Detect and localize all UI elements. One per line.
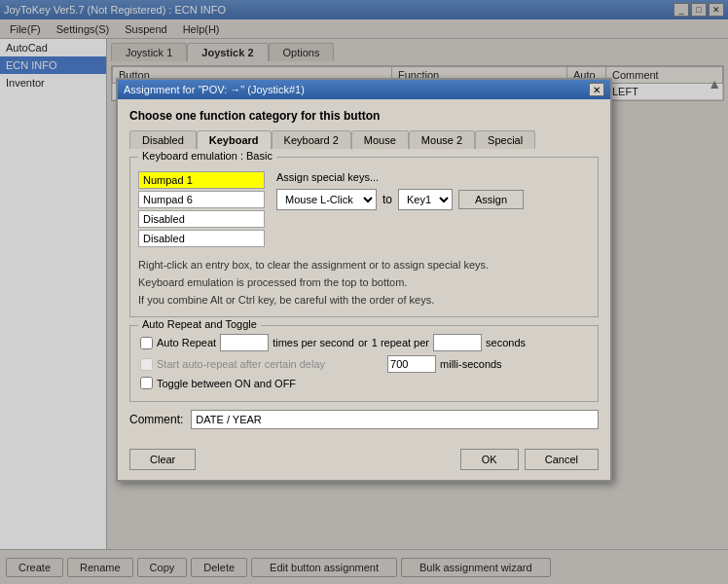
key-item-disabled1[interactable]: Disabled <box>138 210 265 228</box>
cat-tab-keyboard[interactable]: Keyboard <box>197 130 272 149</box>
comment-label: Comment: <box>129 413 183 426</box>
category-tabs: Disabled Keyboard Keyboard 2 Mouse Mouse… <box>129 130 599 149</box>
key-list: Numpad 1 Numpad 6 Disabled Disabled <box>138 171 265 249</box>
start-delay-checkbox[interactable] <box>140 358 153 371</box>
mouse-action-select[interactable]: Mouse L-Click Mouse R-Click Mouse M-Clic… <box>276 189 377 210</box>
assign-area: Assign special keys... Mouse L-Click Mou… <box>276 171 524 210</box>
keyboard-emulation-section: Keyboard emulation : Basic Numpad 1 Nump… <box>129 157 599 317</box>
or-label: or <box>358 337 368 348</box>
comment-input[interactable] <box>191 410 599 429</box>
cat-tab-disabled[interactable]: Disabled <box>129 130 197 149</box>
milliseconds-label: milli-seconds <box>440 358 502 370</box>
toggle-checkbox[interactable] <box>140 377 153 389</box>
modal-subtitle: Choose one function category for this bu… <box>129 109 599 123</box>
comment-row: Comment: <box>129 410 599 429</box>
auto-repeat-row: Auto Repeat times per second or 1 repeat… <box>140 334 588 351</box>
ok-button[interactable]: OK <box>460 449 519 470</box>
one-repeat-label: 1 repeat per <box>372 337 429 348</box>
key-item-numpad1[interactable]: Numpad 1 <box>138 171 265 189</box>
cat-tab-special[interactable]: Special <box>475 130 535 149</box>
auto-repeat-label: Auto Repeat <box>157 337 216 348</box>
key-item-numpad6[interactable]: Numpad 6 <box>138 191 265 208</box>
modal-body: Choose one function category for this bu… <box>118 99 610 449</box>
modal-overlay: Assignment for "POV: →" (Joystick#1) ✕ C… <box>0 0 728 584</box>
start-delay-row: Start auto-repeat after certain delay mi… <box>140 355 588 373</box>
section-label: Keyboard emulation : Basic <box>138 150 276 162</box>
auto-repeat-checkbox[interactable] <box>140 337 153 349</box>
footer-right: OK Cancel <box>460 449 599 470</box>
cat-tab-mouse[interactable]: Mouse <box>351 130 409 149</box>
modal-title-bar: Assignment for "POV: →" (Joystick#1) ✕ <box>118 80 610 99</box>
cancel-button[interactable]: Cancel <box>525 449 599 470</box>
info-line-2: Keyboard emulation is processed from the… <box>138 276 590 288</box>
toggle-label: Toggle between ON and OFF <box>157 378 296 389</box>
key-select[interactable]: Key1 Key2 Key3 <box>398 189 453 210</box>
seconds-input[interactable] <box>433 334 482 351</box>
cat-tab-keyboard2[interactable]: Keyboard 2 <box>272 130 351 149</box>
modal-footer: Clear OK Cancel <box>118 449 610 480</box>
times-per-second-input[interactable] <box>220 334 269 351</box>
modal-close-button[interactable]: ✕ <box>589 83 604 96</box>
assign-row: Mouse L-Click Mouse R-Click Mouse M-Clic… <box>276 189 524 210</box>
info-lines: Right-click an entry box, to clear the a… <box>138 259 590 306</box>
toggle-row: Toggle between ON and OFF <box>140 377 588 389</box>
to-label: to <box>382 193 392 206</box>
assign-button[interactable]: Assign <box>458 190 524 209</box>
assign-special-label: Assign special keys... <box>276 171 524 183</box>
info-line-3: If you combine Alt or Ctrl key, be caref… <box>138 294 590 306</box>
info-line-1: Right-click an entry box, to clear the a… <box>138 259 590 271</box>
times-per-second-label: times per second <box>273 337 354 348</box>
modal-title: Assignment for "POV: →" (Joystick#1) <box>124 84 305 95</box>
clear-button[interactable]: Clear <box>129 449 196 470</box>
key-item-disabled2[interactable]: Disabled <box>138 230 265 247</box>
auto-repeat-section: Auto Repeat and Toggle Auto Repeat times… <box>129 325 599 402</box>
cat-tab-mouse2[interactable]: Mouse 2 <box>409 130 475 149</box>
auto-repeat-section-label: Auto Repeat and Toggle <box>138 318 261 330</box>
footer-left: Clear <box>129 449 196 470</box>
seconds-label: seconds <box>486 337 526 348</box>
milliseconds-input[interactable] <box>387 355 436 373</box>
start-delay-label: Start auto-repeat after certain delay <box>157 358 325 370</box>
assignment-modal: Assignment for "POV: →" (Joystick#1) ✕ C… <box>116 78 612 482</box>
